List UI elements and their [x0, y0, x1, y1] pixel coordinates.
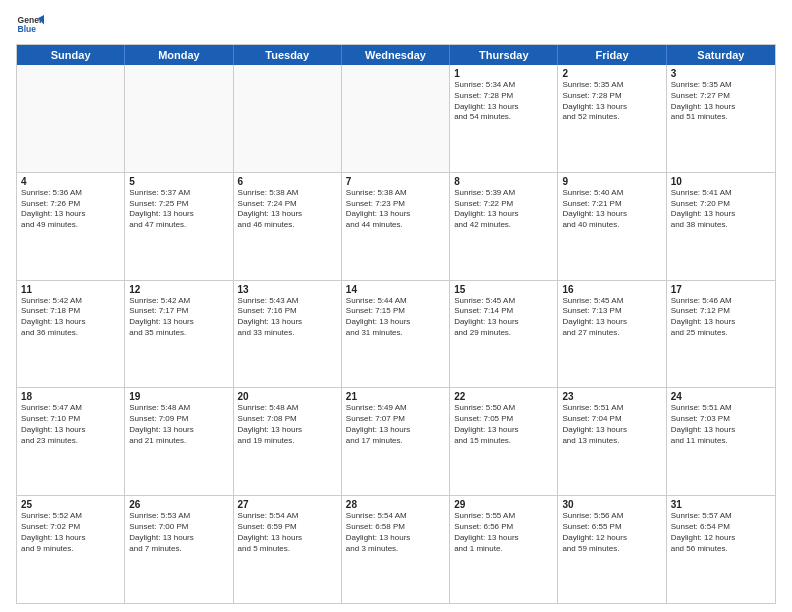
- day-number: 25: [21, 499, 120, 510]
- cell-info: Sunrise: 5:40 AM Sunset: 7:21 PM Dayligh…: [562, 188, 661, 231]
- cell-info: Sunrise: 5:46 AM Sunset: 7:12 PM Dayligh…: [671, 296, 771, 339]
- calendar-cell: 11Sunrise: 5:42 AM Sunset: 7:18 PM Dayli…: [17, 281, 125, 388]
- day-number: 7: [346, 176, 445, 187]
- calendar-cell: 20Sunrise: 5:48 AM Sunset: 7:08 PM Dayli…: [234, 388, 342, 495]
- calendar-cell: [17, 65, 125, 172]
- day-number: 11: [21, 284, 120, 295]
- cell-info: Sunrise: 5:35 AM Sunset: 7:28 PM Dayligh…: [562, 80, 661, 123]
- day-number: 6: [238, 176, 337, 187]
- day-number: 12: [129, 284, 228, 295]
- calendar-cell: 24Sunrise: 5:51 AM Sunset: 7:03 PM Dayli…: [667, 388, 775, 495]
- day-number: 21: [346, 391, 445, 402]
- cell-info: Sunrise: 5:34 AM Sunset: 7:28 PM Dayligh…: [454, 80, 553, 123]
- weekday-header: Tuesday: [234, 45, 342, 65]
- day-number: 31: [671, 499, 771, 510]
- cell-info: Sunrise: 5:35 AM Sunset: 7:27 PM Dayligh…: [671, 80, 771, 123]
- calendar-body: 1Sunrise: 5:34 AM Sunset: 7:28 PM Daylig…: [17, 65, 775, 603]
- cell-info: Sunrise: 5:55 AM Sunset: 6:56 PM Dayligh…: [454, 511, 553, 554]
- cell-info: Sunrise: 5:53 AM Sunset: 7:00 PM Dayligh…: [129, 511, 228, 554]
- logo-icon: General Blue: [16, 12, 44, 40]
- calendar-row: 11Sunrise: 5:42 AM Sunset: 7:18 PM Dayli…: [17, 281, 775, 389]
- day-number: 4: [21, 176, 120, 187]
- calendar-cell: 2Sunrise: 5:35 AM Sunset: 7:28 PM Daylig…: [558, 65, 666, 172]
- calendar-cell: 10Sunrise: 5:41 AM Sunset: 7:20 PM Dayli…: [667, 173, 775, 280]
- day-number: 22: [454, 391, 553, 402]
- day-number: 2: [562, 68, 661, 79]
- cell-info: Sunrise: 5:47 AM Sunset: 7:10 PM Dayligh…: [21, 403, 120, 446]
- calendar-row: 18Sunrise: 5:47 AM Sunset: 7:10 PM Dayli…: [17, 388, 775, 496]
- calendar-cell: 13Sunrise: 5:43 AM Sunset: 7:16 PM Dayli…: [234, 281, 342, 388]
- cell-info: Sunrise: 5:43 AM Sunset: 7:16 PM Dayligh…: [238, 296, 337, 339]
- calendar-cell: [125, 65, 233, 172]
- weekday-header: Thursday: [450, 45, 558, 65]
- cell-info: Sunrise: 5:56 AM Sunset: 6:55 PM Dayligh…: [562, 511, 661, 554]
- cell-info: Sunrise: 5:39 AM Sunset: 7:22 PM Dayligh…: [454, 188, 553, 231]
- cell-info: Sunrise: 5:45 AM Sunset: 7:13 PM Dayligh…: [562, 296, 661, 339]
- calendar-cell: 22Sunrise: 5:50 AM Sunset: 7:05 PM Dayli…: [450, 388, 558, 495]
- cell-info: Sunrise: 5:38 AM Sunset: 7:23 PM Dayligh…: [346, 188, 445, 231]
- day-number: 3: [671, 68, 771, 79]
- day-number: 16: [562, 284, 661, 295]
- weekday-header: Monday: [125, 45, 233, 65]
- calendar-row: 1Sunrise: 5:34 AM Sunset: 7:28 PM Daylig…: [17, 65, 775, 173]
- calendar-cell: [342, 65, 450, 172]
- header: General Blue: [16, 12, 776, 40]
- calendar-cell: 16Sunrise: 5:45 AM Sunset: 7:13 PM Dayli…: [558, 281, 666, 388]
- calendar-cell: 9Sunrise: 5:40 AM Sunset: 7:21 PM Daylig…: [558, 173, 666, 280]
- day-number: 9: [562, 176, 661, 187]
- calendar-cell: 8Sunrise: 5:39 AM Sunset: 7:22 PM Daylig…: [450, 173, 558, 280]
- cell-info: Sunrise: 5:42 AM Sunset: 7:17 PM Dayligh…: [129, 296, 228, 339]
- calendar-cell: 27Sunrise: 5:54 AM Sunset: 6:59 PM Dayli…: [234, 496, 342, 603]
- calendar-cell: 7Sunrise: 5:38 AM Sunset: 7:23 PM Daylig…: [342, 173, 450, 280]
- day-number: 18: [21, 391, 120, 402]
- day-number: 20: [238, 391, 337, 402]
- cell-info: Sunrise: 5:37 AM Sunset: 7:25 PM Dayligh…: [129, 188, 228, 231]
- calendar-row: 4Sunrise: 5:36 AM Sunset: 7:26 PM Daylig…: [17, 173, 775, 281]
- cell-info: Sunrise: 5:57 AM Sunset: 6:54 PM Dayligh…: [671, 511, 771, 554]
- day-number: 1: [454, 68, 553, 79]
- day-number: 17: [671, 284, 771, 295]
- weekday-header: Friday: [558, 45, 666, 65]
- calendar: SundayMondayTuesdayWednesdayThursdayFrid…: [16, 44, 776, 604]
- day-number: 19: [129, 391, 228, 402]
- calendar-cell: [234, 65, 342, 172]
- calendar-cell: 4Sunrise: 5:36 AM Sunset: 7:26 PM Daylig…: [17, 173, 125, 280]
- cell-info: Sunrise: 5:52 AM Sunset: 7:02 PM Dayligh…: [21, 511, 120, 554]
- cell-info: Sunrise: 5:38 AM Sunset: 7:24 PM Dayligh…: [238, 188, 337, 231]
- calendar-cell: 18Sunrise: 5:47 AM Sunset: 7:10 PM Dayli…: [17, 388, 125, 495]
- calendar-cell: 31Sunrise: 5:57 AM Sunset: 6:54 PM Dayli…: [667, 496, 775, 603]
- calendar-cell: 17Sunrise: 5:46 AM Sunset: 7:12 PM Dayli…: [667, 281, 775, 388]
- day-number: 23: [562, 391, 661, 402]
- day-number: 14: [346, 284, 445, 295]
- calendar-cell: 15Sunrise: 5:45 AM Sunset: 7:14 PM Dayli…: [450, 281, 558, 388]
- calendar-page: General Blue SundayMondayTuesdayWednesda…: [0, 0, 792, 612]
- calendar-cell: 12Sunrise: 5:42 AM Sunset: 7:17 PM Dayli…: [125, 281, 233, 388]
- calendar-cell: 19Sunrise: 5:48 AM Sunset: 7:09 PM Dayli…: [125, 388, 233, 495]
- day-number: 27: [238, 499, 337, 510]
- day-number: 30: [562, 499, 661, 510]
- calendar-cell: 28Sunrise: 5:54 AM Sunset: 6:58 PM Dayli…: [342, 496, 450, 603]
- calendar-cell: 6Sunrise: 5:38 AM Sunset: 7:24 PM Daylig…: [234, 173, 342, 280]
- cell-info: Sunrise: 5:54 AM Sunset: 6:58 PM Dayligh…: [346, 511, 445, 554]
- day-number: 28: [346, 499, 445, 510]
- calendar-cell: 1Sunrise: 5:34 AM Sunset: 7:28 PM Daylig…: [450, 65, 558, 172]
- day-number: 24: [671, 391, 771, 402]
- cell-info: Sunrise: 5:48 AM Sunset: 7:09 PM Dayligh…: [129, 403, 228, 446]
- cell-info: Sunrise: 5:51 AM Sunset: 7:04 PM Dayligh…: [562, 403, 661, 446]
- day-number: 8: [454, 176, 553, 187]
- calendar-cell: 23Sunrise: 5:51 AM Sunset: 7:04 PM Dayli…: [558, 388, 666, 495]
- cell-info: Sunrise: 5:41 AM Sunset: 7:20 PM Dayligh…: [671, 188, 771, 231]
- cell-info: Sunrise: 5:50 AM Sunset: 7:05 PM Dayligh…: [454, 403, 553, 446]
- calendar-cell: 14Sunrise: 5:44 AM Sunset: 7:15 PM Dayli…: [342, 281, 450, 388]
- day-number: 15: [454, 284, 553, 295]
- day-number: 26: [129, 499, 228, 510]
- calendar-cell: 21Sunrise: 5:49 AM Sunset: 7:07 PM Dayli…: [342, 388, 450, 495]
- cell-info: Sunrise: 5:51 AM Sunset: 7:03 PM Dayligh…: [671, 403, 771, 446]
- cell-info: Sunrise: 5:44 AM Sunset: 7:15 PM Dayligh…: [346, 296, 445, 339]
- weekday-header: Wednesday: [342, 45, 450, 65]
- day-number: 13: [238, 284, 337, 295]
- day-number: 10: [671, 176, 771, 187]
- cell-info: Sunrise: 5:48 AM Sunset: 7:08 PM Dayligh…: [238, 403, 337, 446]
- calendar-cell: 29Sunrise: 5:55 AM Sunset: 6:56 PM Dayli…: [450, 496, 558, 603]
- calendar-header: SundayMondayTuesdayWednesdayThursdayFrid…: [17, 45, 775, 65]
